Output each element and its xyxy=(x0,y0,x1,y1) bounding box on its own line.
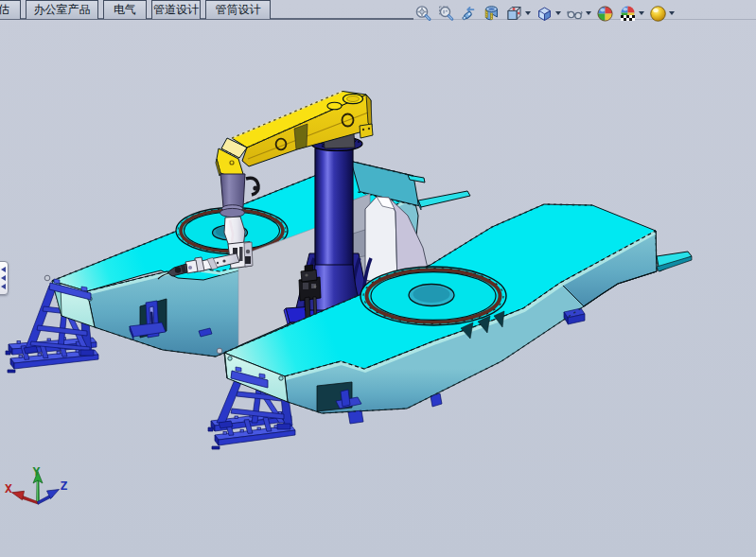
dropdown-arrow-icon[interactable] xyxy=(669,11,675,15)
left-arrow-icon xyxy=(1,284,6,289)
triad-x-label: X xyxy=(5,481,12,496)
previous-view-button[interactable] xyxy=(459,4,479,24)
triad-z-label: Z xyxy=(61,479,68,493)
left-arrow-icon xyxy=(1,275,6,281)
view-orientation-icon xyxy=(505,5,523,23)
previous-view-icon xyxy=(460,5,478,23)
dropdown-arrow-icon[interactable] xyxy=(586,11,591,15)
left-arrow-icon xyxy=(1,267,6,272)
command-tab-label: 管道设计 xyxy=(153,2,199,18)
command-tab[interactable]: 办公室产品 xyxy=(26,0,98,19)
command-tab[interactable]: 电气 xyxy=(103,0,147,19)
slewing-ring-front[interactable] xyxy=(360,267,506,325)
zoom-to-fit-button[interactable] xyxy=(413,4,433,24)
command-tab-label: 评估 xyxy=(0,2,9,18)
command-tab[interactable]: 评估 xyxy=(0,0,21,19)
edit-appearance-icon xyxy=(596,5,614,23)
command-tab[interactable]: 管筒设计 xyxy=(205,0,271,19)
zoom-to-area-button[interactable] xyxy=(436,4,456,24)
dropdown-arrow-icon[interactable] xyxy=(555,11,561,15)
zoom-to-fit-icon xyxy=(414,5,432,23)
hide-show-items-button[interactable] xyxy=(565,4,592,24)
apply-scene-icon xyxy=(619,5,637,23)
display-style-button[interactable] xyxy=(535,4,562,24)
dropdown-arrow-icon[interactable] xyxy=(639,11,644,15)
edit-appearance-button[interactable] xyxy=(595,4,615,24)
view-orientation-button[interactable] xyxy=(504,4,532,24)
dropdown-arrow-icon[interactable] xyxy=(525,11,531,15)
apply-scene-button[interactable] xyxy=(618,4,645,24)
display-style-icon xyxy=(536,5,554,23)
heads-up-view-toolbar xyxy=(413,2,678,25)
command-tab-label: 电气 xyxy=(114,2,136,18)
command-tab-label: 管筒设计 xyxy=(216,2,261,18)
triad-y-label: Y xyxy=(33,464,41,479)
graphics-viewport[interactable]: Y X Z xyxy=(0,0,756,557)
zoom-to-area-icon xyxy=(437,5,455,23)
view-settings-icon xyxy=(649,5,667,23)
section-view-icon xyxy=(483,5,501,23)
feature-panel-expander[interactable] xyxy=(0,261,9,295)
cad-application-window: Y X Z 评估 办公室产品 电气 管道设计 管筒设计 xyxy=(0,0,756,557)
command-manager-tabbar: 评估 办公室产品 电气 管道设计 管筒设计 xyxy=(0,0,271,19)
command-tab-label: 办公室产品 xyxy=(34,2,91,18)
view-settings-button[interactable] xyxy=(648,4,676,24)
section-view-button[interactable] xyxy=(482,4,501,24)
hide-show-items-icon xyxy=(566,5,584,23)
command-tab[interactable]: 管道设计 xyxy=(151,0,201,19)
